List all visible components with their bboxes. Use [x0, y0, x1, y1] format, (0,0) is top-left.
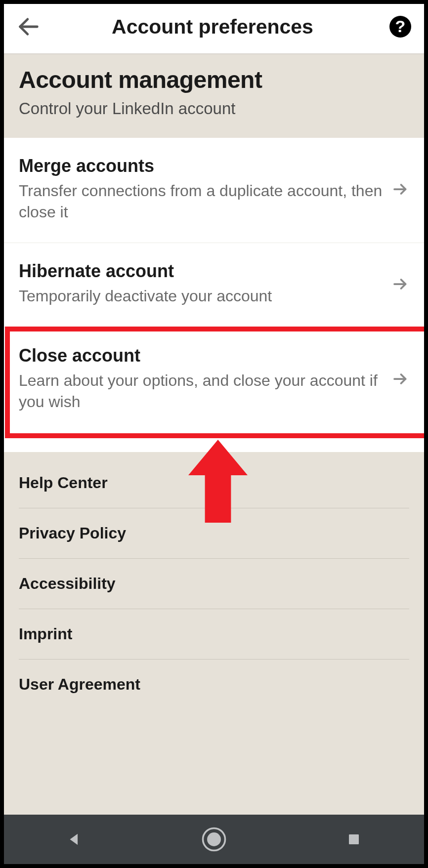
spacer: [4, 432, 424, 452]
triangle-back-icon: [66, 831, 83, 848]
app-bar: Account preferences ?: [4, 4, 424, 53]
footer-link-privacy-policy[interactable]: Privacy Policy: [19, 508, 409, 559]
settings-item-subtitle: Learn about your options, and close your…: [19, 370, 386, 413]
chevron-right-icon: [391, 180, 409, 198]
section-title: Account management: [19, 66, 409, 93]
settings-item-hibernate-account[interactable]: Hibernate account Temporarily deactivate…: [4, 243, 424, 327]
chevron-right-icon: [391, 275, 409, 293]
settings-item-subtitle: Temporarily deactivate your account: [19, 286, 386, 307]
page-title: Account preferences: [42, 15, 388, 39]
section-header: Account management Control your LinkedIn…: [4, 54, 424, 138]
footer-link-imprint[interactable]: Imprint: [19, 609, 409, 660]
svg-point-8: [207, 832, 221, 846]
circle-home-icon: [201, 826, 227, 853]
arrow-left-icon: [16, 14, 42, 40]
help-icon: ?: [388, 15, 412, 39]
settings-item-merge-accounts[interactable]: Merge accounts Transfer connections from…: [4, 138, 424, 243]
help-button[interactable]: ?: [388, 15, 412, 39]
settings-item-title: Hibernate account: [19, 261, 386, 282]
section-subtitle: Control your LinkedIn account: [19, 99, 409, 118]
nav-back-button[interactable]: [57, 822, 91, 857]
chevron-right-icon: [391, 370, 409, 388]
nav-home-button[interactable]: [197, 822, 231, 857]
settings-item-title: Merge accounts: [19, 156, 386, 176]
square-recent-icon: [346, 832, 361, 847]
footer-links: Help Center Privacy Policy Accessibility…: [4, 452, 424, 815]
settings-item-title: Close account: [19, 345, 386, 366]
footer-link-accessibility[interactable]: Accessibility: [19, 559, 409, 609]
nav-recent-button[interactable]: [337, 822, 371, 857]
settings-item-subtitle: Transfer connections from a duplicate ac…: [19, 180, 386, 223]
settings-item-close-account[interactable]: Close account Learn about your options, …: [4, 328, 424, 432]
svg-rect-9: [349, 834, 359, 844]
footer-link-help-center[interactable]: Help Center: [19, 458, 409, 508]
android-nav-bar: [4, 815, 424, 864]
footer-link-user-agreement[interactable]: User Agreement: [19, 660, 409, 709]
svg-text:?: ?: [395, 17, 406, 36]
svg-marker-6: [70, 834, 78, 845]
back-button[interactable]: [16, 14, 42, 40]
